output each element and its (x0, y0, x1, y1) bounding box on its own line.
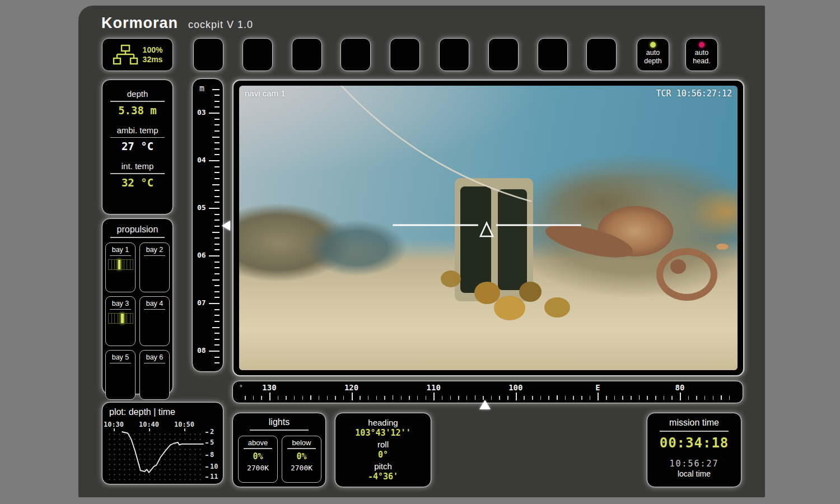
bay-label: bay 6 (140, 353, 169, 361)
bay-label: bay 3 (106, 300, 135, 307)
lights-above-label: above (239, 438, 277, 447)
plot-x-tick-label: 10:30 (104, 421, 124, 428)
divider (110, 309, 131, 310)
divider (110, 101, 165, 102)
toolbar-empty-button[interactable] (439, 38, 469, 71)
bay-label: bay 5 (106, 353, 135, 361)
mission-time-title: mission time (647, 418, 741, 428)
lights-below-control[interactable]: below 0% 2700K (282, 436, 321, 483)
compass-heading-label: 120 (344, 383, 358, 392)
mission-time-panel: mission time 00:34:18 10:56:27 local tim… (647, 413, 741, 487)
toolbar-empty-button[interactable] (292, 38, 322, 71)
bay-thrust-meter (108, 259, 133, 270)
divider (110, 173, 165, 174)
depth-time-plot-line (102, 428, 223, 484)
camera-hud-overlay (239, 86, 738, 370)
toolbar-empty-button[interactable] (538, 38, 568, 71)
heading-compass-strip: ° 130120110100E80 (232, 381, 743, 403)
propulsion-bay-4[interactable]: bay 4 (139, 296, 170, 346)
toolbar-empty-button[interactable] (340, 38, 371, 71)
local-time-label: local time (647, 469, 741, 478)
auto-heading-label-1: auto (686, 49, 717, 57)
internal-temp-value: 32 °C (102, 176, 172, 189)
propulsion-bay-5[interactable]: bay 5 (105, 350, 136, 400)
compass-heading-label: E (595, 383, 600, 392)
divider (144, 309, 165, 310)
center-marker-triangle-icon (480, 223, 493, 236)
divider (110, 255, 131, 256)
compass-heading-label: 130 (262, 383, 276, 392)
divider (144, 363, 165, 364)
ruler-unit-label: m (199, 83, 204, 94)
ruler-depth-label: 08 (197, 346, 206, 354)
auto-depth-label-1: auto (637, 49, 669, 57)
network-quality: 100% (143, 45, 163, 55)
divider (250, 430, 309, 431)
plot-y-tick-label: 2 (210, 428, 214, 436)
plot-x-tick-label: 10:50 (174, 421, 194, 428)
bay-label: bay 1 (106, 246, 135, 254)
mission-elapsed-time: 00:34:18 (647, 435, 741, 451)
compass-degree-symbol: ° (240, 384, 242, 391)
propulsion-bay-6[interactable]: bay 6 (139, 350, 170, 400)
propulsion-panel: propulsion bay 1bay 2bay 3bay 4bay 5bay … (102, 218, 173, 394)
app-title: Kormoran (101, 15, 178, 32)
depth-value: 5.38 m (102, 104, 172, 116)
divider (287, 448, 316, 449)
propulsion-title: propulsion (102, 225, 172, 235)
bay-thrust-meter (108, 313, 133, 324)
telemetry-panel: depth 5.38 m ambi. temp 27 °C int. temp … (102, 80, 173, 214)
lights-title: lights (233, 417, 325, 427)
auto-heading-status-dot (699, 42, 704, 48)
auto-heading-toggle[interactable]: auto head. (685, 38, 718, 71)
lights-above-control[interactable]: above 0% 2700K (238, 436, 278, 483)
network-topology-icon (113, 44, 138, 66)
toolbar-empty-button[interactable] (586, 38, 617, 71)
ambient-temp-label: ambi. temp (102, 125, 172, 135)
camera-panel: navi cam 1 TCR 10:56:27:12 (232, 80, 744, 376)
plot-y-tick-label: 11 (210, 473, 218, 480)
plot-y-tick-label: 10 (210, 463, 218, 470)
divider (244, 448, 272, 449)
toolbar-empty-button[interactable] (390, 38, 420, 71)
plot-title: plot: depth | time (109, 407, 223, 417)
propulsion-bay-2[interactable]: bay 2 (139, 242, 170, 292)
compass-heading-label: 100 (508, 383, 522, 392)
local-time-value: 10:56:27 (647, 459, 741, 469)
auto-heading-label-2: head. (686, 57, 717, 66)
ruler-depth-label: 03 (197, 108, 206, 116)
bay-label: bay 4 (140, 300, 169, 307)
lights-below-color-temp: 2700K (282, 464, 321, 472)
heading-pointer-icon (479, 400, 491, 409)
toolbar-empty-button[interactable] (193, 38, 223, 71)
toolbar-empty-button[interactable] (488, 38, 519, 71)
divider (110, 363, 131, 364)
propulsion-bays: bay 1bay 2bay 3bay 4bay 5bay 6 (102, 242, 172, 400)
auto-depth-toggle[interactable]: auto depth (637, 38, 669, 71)
heading-label: heading (335, 418, 431, 427)
depth-pointer-icon (222, 221, 230, 231)
plot-x-tick-label: 10:40 (139, 421, 159, 428)
roll-label: roll (335, 440, 431, 449)
depth-time-plot-panel: plot: depth | time 10:3010:4010:50258101… (102, 402, 223, 484)
propulsion-bay-1[interactable]: bay 1 (105, 242, 136, 292)
divider (110, 137, 165, 138)
toolbar-empty-button[interactable] (242, 38, 273, 71)
pitch-value: -4°36' (335, 472, 431, 482)
divider (144, 255, 165, 256)
camera-timecode: TCR 10:56:27:12 (656, 88, 732, 99)
plot-y-tick-label: 8 (210, 451, 214, 459)
tether-rope-line (338, 86, 531, 202)
heading-value: 103°43'12'' (335, 428, 431, 438)
camera-video-feed: navi cam 1 TCR 10:56:27:12 (239, 86, 738, 370)
divider (660, 431, 729, 432)
propulsion-bay-3[interactable]: bay 3 (105, 296, 136, 346)
ruler-depth-label: 05 (197, 203, 206, 212)
pitch-label: pitch (335, 461, 431, 471)
app-frame: Kormoran cockpit V 1.0 100% 32ms auto de… (78, 6, 765, 497)
ruler-depth-label: 07 (197, 298, 206, 307)
roll-value: 0° (335, 450, 431, 460)
network-status-button[interactable]: 100% 32ms (102, 38, 173, 71)
depth-ruler: m 030405060708 (192, 78, 223, 372)
divider (110, 237, 165, 238)
